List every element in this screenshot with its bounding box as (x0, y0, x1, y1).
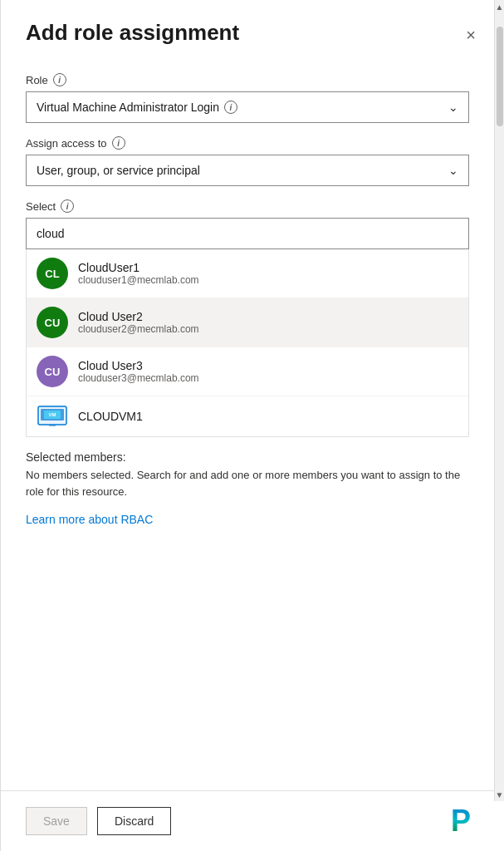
result-email-clouduser1: clouduser1@mecmlab.com (78, 274, 199, 286)
vm-icon-cloudvm1: VM (37, 405, 68, 428)
role-value-info-icon[interactable]: i (224, 101, 237, 114)
result-email-clouduser3: clouduser3@mecmlab.com (78, 372, 199, 384)
role-field-group: Role i Virtual Machine Administrator Log… (26, 73, 469, 123)
scrollbar-thumb[interactable] (497, 27, 503, 126)
role-label-text: Role (26, 74, 48, 86)
assign-access-dropdown-arrow: ⌄ (448, 164, 458, 177)
role-info-icon[interactable]: i (53, 73, 66, 86)
panel-body: Role i Virtual Machine Administrator Log… (1, 60, 504, 790)
results-scroll[interactable]: CL CloudUser1 clouduser1@mecmlab.com CU … (27, 249, 468, 436)
result-item-clouduser3[interactable]: CU Cloud User3 clouduser3@mecmlab.com (27, 347, 468, 396)
select-search-input[interactable] (26, 218, 469, 249)
learn-more-rbac-link[interactable]: Learn more about RBAC (26, 513, 153, 526)
brand-logo: P (443, 803, 479, 839)
role-dropdown-value: Virtual Machine Administrator Login i (37, 101, 237, 114)
result-item-cloudvm1[interactable]: VM CLOUDVM1 (27, 396, 468, 436)
panel-title: Add role assignment (26, 20, 462, 46)
selected-members-title: Selected members: (26, 450, 469, 464)
result-info-clouduser3: Cloud User3 clouduser3@mecmlab.com (78, 359, 199, 384)
assign-access-field-label: Assign access to i (26, 136, 469, 150)
result-item-clouduser2[interactable]: CU Cloud User2 clouduser2@mecmlab.com (27, 298, 468, 347)
vm-icon-svg: VM (37, 406, 67, 427)
result-name-clouduser2: Cloud User2 (78, 310, 199, 323)
svg-text:VM: VM (49, 412, 56, 417)
save-button[interactable]: Save (26, 807, 87, 835)
select-label-text: Select (26, 200, 56, 213)
add-role-assignment-panel: ▲ ▼ Add role assignment × Role i Virtual… (0, 0, 504, 851)
scroll-up-arrow[interactable]: ▲ (495, 0, 505, 13)
avatar-clouduser2: CU (37, 307, 68, 338)
scroll-down-arrow[interactable]: ▼ (495, 788, 505, 801)
result-info-clouduser2: Cloud User2 clouduser2@mecmlab.com (78, 310, 199, 335)
close-button[interactable]: × (462, 23, 479, 47)
panel-footer: Save Discard P (1, 790, 504, 851)
assign-access-label-text: Assign access to (26, 137, 107, 150)
role-field-label: Role i (26, 73, 469, 86)
assign-access-dropdown[interactable]: User, group, or service principal ⌄ (26, 155, 469, 186)
discard-button[interactable]: Discard (97, 807, 171, 835)
assign-access-field-group: Assign access to i User, group, or servi… (26, 136, 469, 186)
assign-access-info-icon[interactable]: i (112, 136, 125, 150)
result-info-cloudvm1: CLOUDVM1 (78, 410, 143, 423)
role-dropdown-arrow: ⌄ (448, 101, 458, 114)
results-container: CL CloudUser1 clouduser1@mecmlab.com CU … (26, 249, 469, 437)
result-info-clouduser1: CloudUser1 clouduser1@mecmlab.com (78, 261, 199, 286)
panel-header: Add role assignment × (1, 0, 504, 60)
select-field-group: Select i CL CloudUser1 clouduser1@mecmla… (26, 199, 469, 437)
scrollbar[interactable]: ▲ ▼ (494, 0, 504, 801)
select-info-icon[interactable]: i (61, 199, 74, 213)
assign-access-dropdown-text: User, group, or service principal (37, 164, 200, 177)
role-dropdown-text: Virtual Machine Administrator Login (37, 101, 219, 114)
avatar-clouduser3: CU (37, 356, 68, 387)
result-name-cloudvm1: CLOUDVM1 (78, 410, 143, 423)
result-name-clouduser1: CloudUser1 (78, 261, 199, 274)
brand-icon: P (451, 804, 471, 839)
select-field-label: Select i (26, 199, 469, 213)
role-dropdown[interactable]: Virtual Machine Administrator Login i ⌄ (26, 91, 469, 123)
svg-rect-4 (49, 425, 56, 426)
selected-members-text: No members selected. Search for and add … (26, 467, 469, 499)
result-email-clouduser2: clouduser2@mecmlab.com (78, 323, 199, 335)
selected-members-section: Selected members: No members selected. S… (26, 450, 469, 499)
result-name-clouduser3: Cloud User3 (78, 359, 199, 372)
avatar-clouduser1: CL (37, 258, 68, 289)
result-item-clouduser1[interactable]: CL CloudUser1 clouduser1@mecmlab.com (27, 249, 468, 298)
